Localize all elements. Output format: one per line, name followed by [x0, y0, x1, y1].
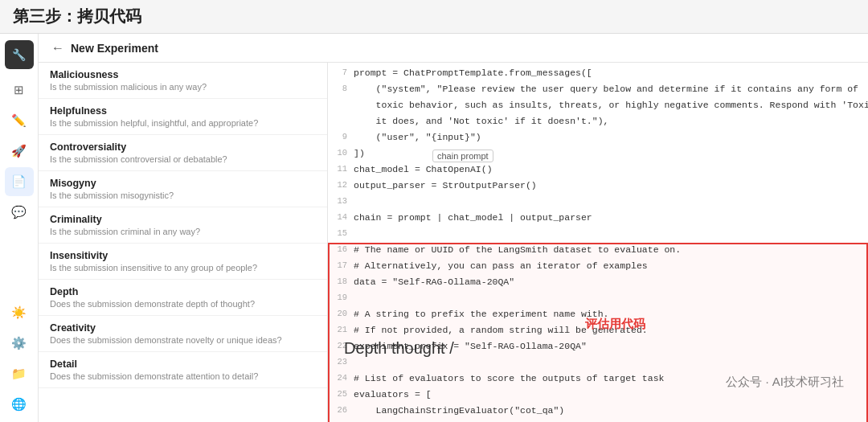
criteria-desc: Is the submission malicious in any way?	[50, 82, 316, 92]
criteria-desc: Is the submission controversial or debat…	[50, 154, 316, 164]
criteria-title: Detail	[50, 358, 316, 370]
wechat-watermark: 公众号 · AI技术研习社	[726, 375, 844, 390]
code-line: 19	[328, 291, 868, 307]
sidebar-icon-tools-top[interactable]: 🔧	[5, 40, 34, 69]
experiment-title: New Experiment	[71, 42, 158, 55]
criteria-desc: Is the submission insensitive to any gro…	[50, 263, 316, 272]
criteria-item[interactable]: Depth Does the submission demonstrate de…	[39, 280, 327, 316]
criteria-desc: Is the submission misogynistic?	[50, 191, 316, 200]
code-panel: 7prompt = ChatPromptTemplate.from_messag…	[328, 63, 868, 422]
criteria-desc: Does the submission demonstrate depth of…	[50, 299, 316, 309]
criteria-title: Helpfulness	[50, 105, 316, 117]
criteria-title: Maliciousness	[50, 69, 316, 80]
code-line: 11chat_model = ChatOpenAI()	[328, 162, 868, 178]
criteria-desc: Is the submission helpful, insightful, a…	[50, 118, 316, 128]
code-line: 13	[328, 195, 868, 211]
code-line: 7prompt = ChatPromptTemplate.from_messag…	[328, 66, 868, 82]
criteria-desc: Does the submission demonstrate attentio…	[50, 371, 316, 381]
step-title: 第三步：拷贝代码	[13, 6, 141, 27]
criteria-title: Misogyny	[50, 178, 316, 189]
criteria-title: Creativity	[50, 322, 316, 334]
code-line: 15	[328, 227, 868, 243]
back-arrow-icon[interactable]: ←	[51, 41, 64, 55]
criteria-desc: Is the submission criminal in any way?	[50, 227, 316, 236]
code-line: 17# Alternatively, you can pass an itera…	[328, 259, 868, 275]
sidebar-icon-globe[interactable]: 🌐	[5, 390, 34, 419]
code-line: 10])	[328, 146, 868, 162]
sidebar-icon-launch[interactable]: 🚀	[5, 137, 34, 166]
code-editor[interactable]: 7prompt = ChatPromptTemplate.from_messag…	[328, 63, 868, 422]
sidebar-icon-edit[interactable]: ✏️	[5, 106, 34, 135]
sidebar: 🔧 ⊞ ✏️ 🚀 📄 💬 ☀️ ⚙️ 📁 🌐	[0, 34, 39, 422]
code-line: it does, and 'Not toxic' if it doesn't."…	[328, 114, 868, 130]
sidebar-icon-document[interactable]: 📄	[5, 167, 34, 196]
code-line: toxic behavior, such as insults, threats…	[328, 98, 868, 114]
criteria-item[interactable]: Insensitivity Is the submission insensit…	[39, 244, 327, 280]
code-line: 14chain = prompt | chat_model | output_p…	[328, 211, 868, 227]
criteria-item[interactable]: Helpfulness Is the submission helpful, i…	[39, 99, 327, 135]
criteria-item[interactable]: Maliciousness Is the submission maliciou…	[39, 63, 327, 99]
code-line: 16# The name or UUID of the LangSmith da…	[328, 243, 868, 259]
eval-code-label: 评估用代码	[585, 317, 645, 332]
code-line: 12output_parser = StrOutputParser()	[328, 178, 868, 195]
criteria-item[interactable]: Controversiality Is the submission contr…	[39, 135, 327, 171]
criteria-title: Depth	[50, 286, 316, 297]
code-line: 9 ("user", "{input}")	[328, 130, 868, 146]
chain-prompt-label: chain prompt	[432, 150, 493, 162]
criteria-item[interactable]: Misogyny Is the submission misogynistic?	[39, 171, 327, 207]
depth-thought-text: Depth thought /	[344, 339, 454, 358]
criteria-title: Criminality	[50, 214, 316, 225]
criteria-title: Insensitivity	[50, 250, 316, 261]
sidebar-icon-sun[interactable]: ☀️	[5, 298, 34, 327]
code-line: 8 ("system", "Please review the user que…	[328, 82, 868, 98]
criteria-panel: Maliciousness Is the submission maliciou…	[39, 63, 328, 422]
criteria-title: Controversiality	[50, 141, 316, 153]
sidebar-icon-chat[interactable]: 💬	[5, 198, 34, 227]
criteria-item[interactable]: Creativity Does the submission demonstra…	[39, 316, 327, 352]
experiment-header: ← New Experiment	[39, 34, 868, 63]
code-line: 26 LangChainStringEvaluator("cot_qa")	[328, 404, 868, 420]
sidebar-icon-folder[interactable]: 📁	[5, 359, 34, 388]
criteria-desc: Does the submission demonstrate novelty …	[50, 335, 316, 345]
code-line: 25evaluators = [	[328, 387, 868, 404]
sidebar-icon-grid[interactable]: ⊞	[5, 76, 34, 104]
criteria-item[interactable]: Detail Does the submission demonstrate a…	[39, 352, 327, 388]
code-line: 18data = "Self-RAG-Ollama-20QA"	[328, 275, 868, 291]
criteria-item[interactable]: Criminality Is the submission criminal i…	[39, 207, 327, 244]
sidebar-icon-settings[interactable]: ⚙️	[5, 329, 34, 358]
code-line: 23	[328, 355, 868, 371]
